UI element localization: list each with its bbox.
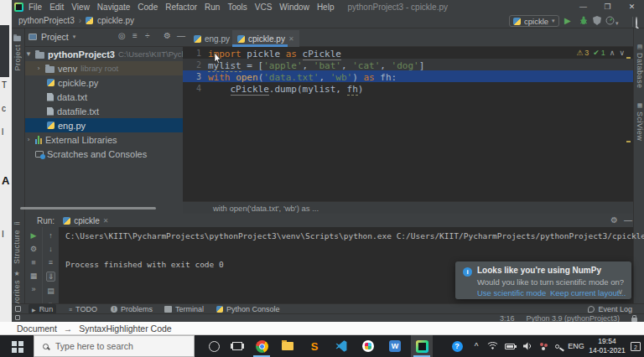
code-line: mylist = ['apple', 'bat', 'cat', 'dog'] <box>208 60 424 72</box>
tree-row-root[interactable]: ▼ pythonProject3 C:\Users\KIIT\PycharmPr… <box>25 47 183 61</box>
language-indicator[interactable]: ENG <box>565 335 587 357</box>
chevron-down-icon[interactable]: ▾ <box>615 18 619 28</box>
menu-item-help[interactable]: Help <box>317 3 335 12</box>
stripe-structure-button[interactable]: ≔ Structure <box>13 220 21 264</box>
run-configuration-select[interactable]: cpickle ▾ <box>509 15 559 27</box>
start-button[interactable] <box>0 335 34 357</box>
code-token: as <box>286 49 303 60</box>
project-panel-header[interactable]: Project ▾ <box>29 32 75 42</box>
run-button[interactable]: ▶ <box>564 16 571 26</box>
tree-row-venv[interactable]: › venv library root <box>25 61 183 75</box>
window-controls: — ❐ ✕ <box>571 0 644 13</box>
menu-item-vcs[interactable]: VCS <box>255 3 273 12</box>
tree-row-cpickle-py[interactable]: cpickle.py <box>25 75 183 90</box>
breadcrumb-project[interactable]: pythonProject3 <box>18 16 75 25</box>
close-button[interactable]: ✕ <box>620 0 644 13</box>
stripe-project-button[interactable]: Project <box>13 34 22 71</box>
soft-wrap-button[interactable]: ≡ <box>49 258 53 266</box>
menu-item-edit[interactable]: Edit <box>49 3 64 12</box>
tree-row-eng-py-selected[interactable]: eng.py <box>25 118 183 132</box>
panel-settings-button[interactable]: ⚙ <box>164 31 171 40</box>
tray-app-button-1[interactable] <box>537 335 550 357</box>
chevron-collapsed-icon[interactable]: › <box>35 65 42 72</box>
maximize-button[interactable]: ❐ <box>595 0 620 13</box>
scroll-to-end-button[interactable]: ⇓ <box>46 272 56 282</box>
taskbar-search-box[interactable]: Type here to search <box>34 335 195 357</box>
tool-window-switcher-icon[interactable] <box>15 306 21 312</box>
background-text-fragment: A <box>2 174 9 187</box>
numpy-notification[interactable]: i Looks like you're using NumPy Would yo… <box>455 261 631 299</box>
run-panel-hide-button[interactable]: — <box>624 215 632 225</box>
tray-show-hidden-button[interactable]: ^ <box>470 335 483 357</box>
volume-tray-button[interactable] <box>520 335 535 357</box>
run-panel-settings-button[interactable]: ⚙ <box>610 215 618 225</box>
menu-item-file[interactable]: File <box>29 3 42 12</box>
star-icon: ★ <box>13 270 19 277</box>
rerun-button[interactable]: ▶ <box>31 231 37 240</box>
status-panel-icon[interactable] <box>15 315 20 320</box>
run-with-coverage-button[interactable] <box>593 16 601 28</box>
chevron-down-icon[interactable]: ∨ <box>617 287 623 296</box>
print-button[interactable]: ▤ <box>47 287 55 295</box>
action-center-button[interactable]: 2 <box>627 335 644 357</box>
close-tab-icon[interactable]: ✕ <box>288 35 294 43</box>
menu-item-view[interactable]: View <box>71 3 90 12</box>
code-token: , <box>303 60 314 71</box>
close-tab-icon[interactable]: ✕ <box>103 217 109 225</box>
stripe-sciview-button[interactable]: ▦ SciView <box>636 102 644 141</box>
search-everywhere-button[interactable] <box>636 18 637 28</box>
collapse-all-button[interactable]: ÷ <box>145 31 150 40</box>
chrome-taskbar-button[interactable] <box>251 335 273 357</box>
prev-problem-button[interactable]: ∧ <box>610 49 615 57</box>
slack-button[interactable] <box>357 335 379 357</box>
minimize-button[interactable]: — <box>571 0 595 13</box>
code-token: open <box>236 72 258 83</box>
tree-row-data-txt[interactable]: data.txt <box>25 90 183 104</box>
tree-row-datafile-txt[interactable]: datafile.txt <box>25 104 183 118</box>
debug-button[interactable] <box>579 16 588 28</box>
task-view-button[interactable] <box>227 335 247 357</box>
use-scientific-mode-link[interactable]: Use scientific mode <box>477 288 546 298</box>
notification-body: Would you like to turn scientific mode o… <box>477 277 624 287</box>
wifi-tray-button[interactable] <box>485 335 500 357</box>
up-stacktrace-button[interactable]: ↑ <box>49 231 53 240</box>
breadcrumb-file[interactable]: cpickle.py <box>97 16 134 25</box>
chevron-collapsed-icon[interactable]: › <box>25 136 32 143</box>
wps-button[interactable]: W <box>384 335 406 357</box>
inspection-widget[interactable]: ⚠ 3 ✔ 1 ∧ ∨ <box>576 49 625 57</box>
menu-item-run[interactable]: Run <box>205 3 220 12</box>
code-editor[interactable]: 1 2 3 4 import pickle as cPickle mylist … <box>183 47 633 201</box>
tree-row-scratches[interactable]: Scratches and Consoles <box>25 147 183 161</box>
menu-item-tools[interactable]: Tools <box>227 3 247 12</box>
next-problem-button[interactable]: ∨ <box>619 49 625 57</box>
profiler-button[interactable] <box>605 16 615 28</box>
down-stacktrace-button[interactable]: ↓ <box>49 245 53 253</box>
menu-item-code[interactable]: Code <box>138 3 158 12</box>
menu-item-window[interactable]: Window <box>279 3 309 12</box>
get-help-button[interactable]: ? <box>447 335 467 357</box>
code-token: 'dog' <box>392 60 419 71</box>
run-settings-button[interactable]: ⚙ <box>30 245 37 253</box>
expand-all-button[interactable]: ≡ <box>132 31 138 40</box>
stripe-database-button[interactable]: ▤ Database <box>636 44 644 89</box>
hide-panel-button[interactable]: — <box>177 31 185 40</box>
battery-tray-button[interactable] <box>501 335 518 357</box>
menu-item-navigate[interactable]: Navigate <box>97 3 130 12</box>
tray-app-button-2[interactable] <box>550 335 564 357</box>
lock-icon[interactable] <box>631 318 637 322</box>
pycharm-taskbar-button[interactable] <box>411 335 433 357</box>
project-horizontal-scrollbar[interactable] <box>20 207 156 210</box>
file-explorer-button[interactable] <box>277 335 299 357</box>
more-actions-button[interactable]: » <box>31 285 35 293</box>
sublime-text-button[interactable]: S <box>304 335 325 357</box>
restore-layout-button[interactable]: ▦ <box>30 272 38 280</box>
keep-current-layout-link[interactable]: Keep current layout... <box>550 288 626 298</box>
locate-file-button[interactable]: ◎ <box>118 31 126 40</box>
menu-item-refactor[interactable]: Refactor <box>165 3 197 12</box>
run-tab-cpickle[interactable]: cpickle ✕ <box>60 214 112 227</box>
vscode-button[interactable] <box>330 335 352 357</box>
tree-row-external-libraries[interactable]: › External Libraries <box>25 132 183 147</box>
chevron-expanded-icon[interactable]: ▼ <box>25 50 32 58</box>
cortana-button[interactable] <box>204 335 224 357</box>
clock[interactable]: 19:54 14-01-2021 <box>589 335 626 357</box>
